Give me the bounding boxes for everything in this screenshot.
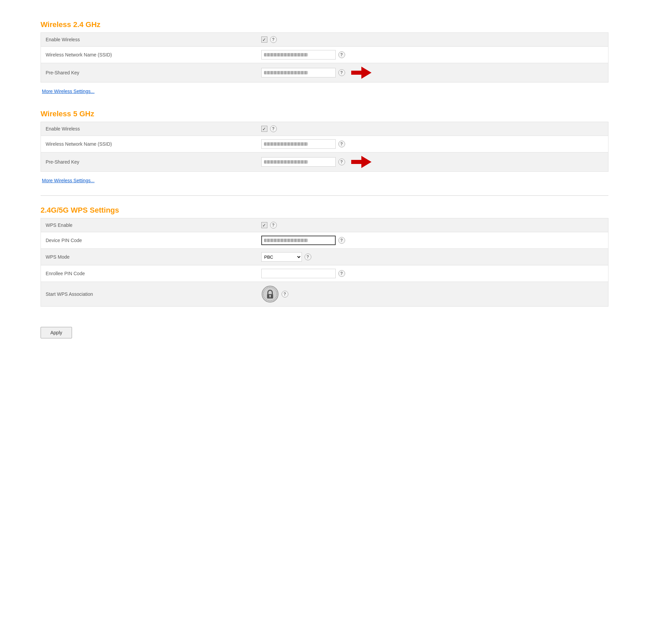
wps-mode-select[interactable]: PBC PIN (261, 252, 302, 262)
wps-enable-control: ? (257, 218, 608, 232)
table-row: Wireless Network Name (SSID) ? (41, 47, 608, 63)
wps-enable-label: WPS Enable (41, 218, 257, 232)
psk-24-input[interactable] (261, 68, 336, 77)
device-pin-label: Device PIN Code (41, 232, 257, 249)
device-pin-input[interactable] (261, 236, 336, 245)
psk-5-arrow-icon (351, 156, 371, 168)
ssid-24-control: ? (257, 47, 608, 63)
svg-rect-6 (269, 296, 270, 297)
start-wps-label: Start WPS Association (41, 282, 257, 307)
ssid-24-help-icon[interactable]: ? (338, 51, 345, 58)
ssid-5-help-icon[interactable]: ? (338, 141, 345, 147)
wps-mode-help-icon[interactable]: ? (305, 254, 311, 260)
psk-24-help-icon[interactable]: ? (338, 69, 345, 76)
psk-5-help-icon[interactable]: ? (338, 159, 345, 165)
table-row: Pre-Shared Key ? (41, 63, 608, 82)
wps-mode-label: WPS Mode (41, 249, 257, 265)
table-row: Enable Wireless ? (41, 33, 608, 47)
wireless-5-table: Enable Wireless ? Wireless Network Name … (41, 122, 608, 172)
table-row: WPS Enable ? (41, 218, 608, 232)
ssid-24-input[interactable] (261, 50, 336, 59)
section-divider (41, 195, 608, 196)
enable-wireless-5-checkbox[interactable] (261, 126, 267, 132)
table-row: WPS Mode PBC PIN ? (41, 249, 608, 265)
psk-5-label: Pre-Shared Key (41, 152, 257, 172)
table-row: Device PIN Code ? (41, 232, 608, 249)
more-wireless-5-link[interactable]: More Wireless Settings... (42, 178, 95, 183)
ssid-5-label: Wireless Network Name (SSID) (41, 136, 257, 152)
enrollee-pin-help-icon[interactable]: ? (338, 270, 345, 277)
device-pin-help-icon[interactable]: ? (338, 237, 345, 244)
wps-title: 2.4G/5G WPS Settings (41, 206, 608, 215)
start-wps-control: ? (257, 282, 608, 307)
enable-wireless-24-help-icon[interactable]: ? (270, 36, 277, 43)
apply-button[interactable]: Apply (41, 327, 72, 338)
wireless-24-table: Enable Wireless ? Wireless Network Name … (41, 32, 608, 82)
ssid-5-control: ? (257, 136, 608, 152)
wps-enable-help-icon[interactable]: ? (270, 222, 277, 229)
wps-table: WPS Enable ? Device PIN Code ? WPS Mode (41, 218, 608, 307)
psk-24-control: ? (257, 63, 608, 82)
wps-mode-control: PBC PIN ? (257, 249, 608, 265)
enrollee-pin-input[interactable] (261, 269, 336, 278)
ssid-24-label: Wireless Network Name (SSID) (41, 47, 257, 63)
device-pin-control: ? (257, 232, 608, 249)
enrollee-pin-control: ? (257, 265, 608, 282)
wps-enable-checkbox[interactable] (261, 222, 267, 228)
enrollee-pin-label: Enrollee PIN Code (41, 265, 257, 282)
enable-wireless-24-control: ? (257, 33, 608, 47)
enable-wireless-5-label: Enable Wireless (41, 122, 257, 136)
table-row: Enrollee PIN Code ? (41, 265, 608, 282)
table-row: Wireless Network Name (SSID) ? (41, 136, 608, 152)
psk-24-arrow-icon (351, 67, 371, 79)
enable-wireless-5-control: ? (257, 122, 608, 136)
table-row: Start WPS Association (41, 282, 608, 307)
ssid-5-input[interactable] (261, 139, 336, 149)
psk-24-label: Pre-Shared Key (41, 63, 257, 82)
enable-wireless-24-label: Enable Wireless (41, 33, 257, 47)
wireless-5-title: Wireless 5 GHz (41, 110, 608, 118)
wireless-24-title: Wireless 2.4 GHz (41, 20, 608, 29)
enable-wireless-24-checkbox[interactable] (261, 37, 267, 43)
enable-wireless-5-help-icon[interactable]: ? (270, 125, 277, 132)
svg-marker-0 (351, 67, 371, 79)
start-wps-help-icon[interactable]: ? (282, 291, 288, 297)
more-wireless-24-link[interactable]: More Wireless Settings... (42, 89, 95, 94)
psk-5-control: ? (257, 152, 608, 172)
psk-5-input[interactable] (261, 157, 336, 167)
wps-lock-button[interactable] (261, 285, 279, 303)
svg-marker-1 (351, 156, 371, 168)
table-row: Pre-Shared Key ? (41, 152, 608, 172)
table-row: Enable Wireless ? (41, 122, 608, 136)
